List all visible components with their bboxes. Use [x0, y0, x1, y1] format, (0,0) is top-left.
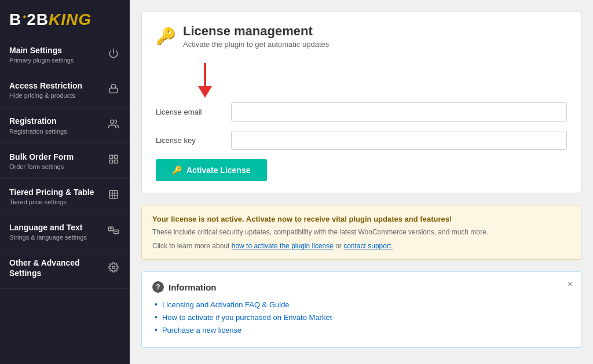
info-circle-icon: ? — [152, 281, 164, 293]
warning-body: These include critical security updates,… — [152, 227, 570, 237]
sidebar-item-bulk-order-form-sub: Order form settings — [9, 163, 74, 170]
sidebar-item-main-settings-title: Main Settings — [9, 45, 74, 56]
sidebar-item-registration-text: Registration Registration settings — [9, 116, 67, 134]
sidebar-item-access-restriction-title: Access Restriction — [9, 80, 82, 91]
sidebar-item-other-advanced-text: Other & Advanced Settings — [9, 258, 107, 280]
arrow-annotation — [196, 60, 567, 98]
info-link-faq[interactable]: Licensing and Activation FAQ & Guide — [162, 300, 290, 309]
activate-license-button[interactable]: 🔑 Activate License — [156, 159, 267, 181]
red-arrow-icon — [196, 60, 214, 98]
info-box: ? Information × Licensing and Activation… — [141, 271, 581, 348]
sidebar-item-main-settings-sub: Primary plugin settings — [9, 57, 74, 64]
grid-icon — [107, 154, 120, 167]
logo-b2b: B — [9, 10, 21, 28]
sidebar-item-access-restriction-sub: Hide pricing & products — [9, 92, 82, 99]
sidebar-item-language-text-sub: Strings & language settings — [9, 234, 87, 241]
info-links-list: Licensing and Activation FAQ & Guide How… — [152, 300, 570, 334]
power-icon — [107, 48, 120, 61]
warning-link-intro: Click to learn more about — [152, 242, 232, 250]
logo-area: B✦2BKING — [0, 0, 130, 37]
sidebar-item-access-restriction[interactable]: Access Restriction Hide pricing & produc… — [0, 72, 130, 108]
svg-rect-6 — [115, 160, 118, 163]
logo-king: KING — [49, 10, 91, 28]
svg-marker-20 — [198, 86, 212, 98]
language-icon — [107, 225, 120, 238]
info-header: ? Information — [152, 281, 570, 293]
license-email-input[interactable] — [231, 102, 567, 122]
sidebar-item-other-advanced-title: Other & Advanced Settings — [9, 258, 107, 278]
sidebar-nav: Main Settings Primary plugin settings Ac… — [0, 37, 130, 364]
license-management-title: License management — [183, 24, 329, 39]
svg-rect-7 — [109, 191, 118, 199]
sidebar-item-tiered-pricing[interactable]: Tiered Pricing & Table Tiered price sett… — [0, 179, 130, 214]
contact-support-link[interactable]: contact support. — [343, 242, 393, 250]
sidebar-item-language-text[interactable]: Language and Text Strings & language set… — [0, 214, 130, 249]
activate-license-label: Activate License — [186, 166, 251, 175]
warning-link-sep: or — [334, 242, 343, 250]
sidebar-item-main-settings[interactable]: Main Settings Primary plugin settings — [0, 37, 130, 72]
license-key-row: License key — [156, 131, 567, 150]
svg-rect-4 — [115, 155, 118, 158]
logo-b2b2: 2B — [27, 10, 49, 28]
svg-rect-1 — [109, 88, 118, 93]
license-email-label: License email — [156, 108, 231, 116]
sidebar-item-tiered-pricing-sub: Tiered price settings — [9, 198, 94, 205]
license-title-area: License management Activate the plugin t… — [183, 24, 329, 49]
sidebar: B✦2BKING Main Settings Primary plugin se… — [0, 0, 130, 364]
sidebar-item-main-settings-text: Main Settings Primary plugin settings — [9, 45, 74, 64]
sidebar-item-language-text-text: Language and Text Strings & language set… — [9, 222, 87, 241]
logo: B✦2BKING — [9, 12, 91, 28]
sidebar-item-registration[interactable]: Registration Registration settings — [0, 108, 130, 143]
logo-crown: ✦ — [21, 14, 27, 20]
sidebar-item-bulk-order-form-title: Bulk Order Form — [9, 152, 74, 162]
info-link-purchase[interactable]: Purchase a new license — [162, 326, 241, 334]
license-key-label: License key — [156, 136, 231, 145]
sidebar-item-bulk-order-form-text: Bulk Order Form Order form settings — [9, 152, 74, 170]
info-link-item-purchase[interactable]: Purchase a new license — [155, 325, 570, 334]
key-header-icon: 🔑 — [156, 27, 176, 46]
info-title: Information — [169, 282, 217, 292]
info-link-item-faq[interactable]: Licensing and Activation FAQ & Guide — [155, 300, 570, 309]
sidebar-item-registration-sub: Registration settings — [9, 128, 67, 135]
license-email-row: License email — [156, 102, 567, 122]
sidebar-item-registration-title: Registration — [9, 116, 67, 126]
users-icon — [107, 119, 120, 132]
license-header: 🔑 License management Activate the plugin… — [156, 24, 567, 49]
info-link-item-envato[interactable]: How to activate if you purchased on Enva… — [155, 312, 570, 322]
sidebar-item-tiered-pricing-title: Tiered Pricing & Table — [9, 187, 94, 197]
info-link-envato[interactable]: How to activate if you purchased on Enva… — [162, 313, 332, 322]
warning-title: Your license is not active. Activate now… — [152, 215, 570, 223]
info-close-button[interactable]: × — [568, 279, 573, 289]
sidebar-item-language-text-title: Language and Text — [9, 222, 87, 233]
svg-point-2 — [111, 120, 114, 123]
svg-point-17 — [112, 266, 115, 269]
warning-links: Click to learn more about how to activat… — [152, 242, 570, 250]
lock-icon — [107, 83, 120, 97]
warning-box: Your license is not active. Activate now… — [141, 205, 581, 260]
sidebar-item-tiered-pricing-text: Tiered Pricing & Table Tiered price sett… — [9, 187, 94, 205]
activate-license-link[interactable]: how to activate the plugin license — [232, 242, 334, 250]
svg-rect-3 — [109, 155, 112, 158]
sidebar-item-other-advanced[interactable]: Other & Advanced Settings — [0, 249, 130, 288]
license-key-input[interactable] — [231, 131, 567, 150]
main-content: 🔑 License management Activate the plugin… — [130, 0, 593, 364]
sidebar-item-bulk-order-form[interactable]: Bulk Order Form Order form settings — [0, 144, 130, 179]
table-icon — [107, 189, 120, 203]
svg-rect-5 — [109, 160, 112, 163]
license-management-subtitle: Activate the plugin to get automatic upd… — [183, 40, 329, 49]
sidebar-item-access-restriction-text: Access Restriction Hide pricing & produc… — [9, 80, 82, 99]
activate-key-icon: 🔑 — [172, 166, 182, 175]
license-card: 🔑 License management Activate the plugin… — [141, 12, 581, 193]
gear-icon — [107, 262, 120, 275]
